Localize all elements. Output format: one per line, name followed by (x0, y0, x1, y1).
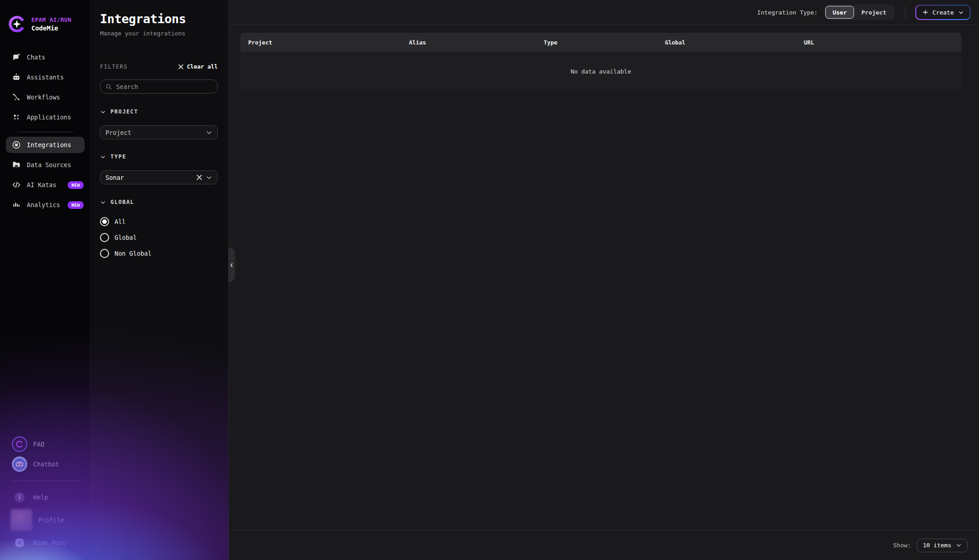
radio-button-selected[interactable] (100, 217, 109, 226)
brand-line2: CodeMie (31, 25, 71, 32)
sidebar-item-analytics[interactable]: Analytics NEW (6, 195, 85, 215)
workflow-path-icon (12, 93, 21, 102)
app-root: EPAM AI/RUN CodeMie Chats (0, 0, 979, 560)
search-input[interactable] (116, 83, 212, 90)
clear-selection-icon[interactable] (196, 174, 202, 180)
toggle-project-button[interactable]: Project (854, 6, 894, 19)
create-button[interactable]: Create (915, 5, 970, 20)
nav-divider (17, 132, 73, 132)
type-section-header[interactable]: TYPE (100, 154, 218, 160)
sidebar-item-data-sources[interactable]: Data Sources (6, 155, 85, 175)
chevron-down-icon (958, 10, 964, 15)
topbar-divider (905, 6, 905, 18)
page-title: Integrations (100, 12, 218, 26)
sidebar-item-integrations[interactable]: Integrations (6, 137, 85, 153)
nav-list: Chats Assistants (0, 45, 90, 215)
radio-button[interactable] (100, 233, 109, 242)
pagination-bar: Show: 10 items (229, 530, 979, 560)
plus-icon (922, 9, 929, 15)
folder-link-icon (12, 160, 21, 169)
table-header-row: Project Alias Type Global URL (240, 33, 961, 52)
sidebar-item-ai-katas[interactable]: AI Katas NEW (6, 175, 85, 195)
sidebar-item-label: Workflows (27, 94, 60, 101)
radio-non-global[interactable]: Non Global (100, 249, 218, 258)
sidebar-item-chats[interactable]: Chats (6, 47, 85, 67)
empty-message: No data available (570, 68, 631, 75)
project-section-header[interactable]: PROJECT (100, 109, 218, 115)
integration-plug-icon (12, 140, 21, 149)
profile-avatar (10, 509, 32, 531)
main-content: Integration Type: User Project Create (229, 0, 979, 560)
sidebar-item-workflows[interactable]: Workflows (6, 87, 85, 107)
faq-logo-icon (12, 436, 27, 452)
sidebar-item-label: Data Sources (27, 161, 71, 168)
filter-panel: Integrations Manage your integrations FI… (90, 0, 229, 560)
sidebar-item-label: Analytics (27, 201, 60, 208)
column-header-global: Global (657, 39, 796, 46)
sidebar-item-label: Chats (27, 54, 45, 61)
codemie-logo-icon (8, 15, 25, 33)
global-section-header[interactable]: GLOBAL (100, 199, 218, 205)
sidebar-item-label: FAQ (33, 441, 44, 448)
info-icon: i (15, 492, 25, 502)
sidebar-item-hide-menu[interactable]: Hide Menu (6, 533, 85, 553)
collapse-sidebar-icon (15, 538, 25, 548)
chevron-down-icon (206, 174, 212, 181)
project-select-value: Project (105, 129, 202, 136)
sidebar-item-label: Help (33, 494, 48, 501)
brand[interactable]: EPAM AI/RUN CodeMie (0, 0, 90, 45)
integration-type-label: Integration Type: (757, 9, 818, 16)
sidebar-item-label: Chatbot (33, 461, 59, 468)
page-size-value: 10 items (923, 542, 951, 549)
project-select[interactable]: Project (100, 125, 218, 139)
chevron-down-icon (100, 109, 106, 115)
sidebar-item-applications[interactable]: Applications (6, 107, 85, 127)
radio-button[interactable] (100, 249, 109, 258)
table-empty-state: No data available (240, 52, 961, 91)
sidebar-item-chatbot[interactable]: Chatbot (6, 454, 85, 474)
page-size-select[interactable]: 10 items (917, 539, 968, 552)
sidebar-item-faq[interactable]: FAQ (6, 434, 85, 454)
new-badge: NEW (68, 201, 84, 209)
chevron-down-icon (206, 129, 212, 136)
column-header-project: Project (240, 39, 401, 46)
sidebar-item-profile[interactable]: Profile (6, 507, 85, 533)
integration-type-toggle: User Project (824, 5, 895, 20)
collapse-filter-panel-handle[interactable]: ❮ (228, 248, 235, 282)
grid-dots-icon (12, 113, 21, 122)
sidebar-item-label: Hide Menu (33, 539, 66, 546)
sidebar-item-label: Integrations (27, 141, 71, 149)
page-subtitle: Manage your integrations (100, 30, 218, 37)
integrations-table: Project Alias Type Global URL No data av… (240, 33, 961, 91)
chevron-down-icon (100, 199, 106, 205)
radio-all[interactable]: All (100, 217, 218, 226)
column-header-url: URL (796, 39, 961, 46)
nav-bottom-divider (11, 481, 79, 481)
type-select-value: Sonar (105, 174, 193, 181)
close-icon (178, 64, 184, 69)
radio-global[interactable]: Global (100, 233, 218, 242)
sidebar-item-label: Applications (27, 114, 71, 121)
bar-chart-icon (12, 200, 21, 209)
chevron-down-icon (100, 154, 106, 160)
chatbot-avatar-icon (12, 456, 27, 472)
toggle-user-button[interactable]: User (825, 6, 854, 19)
sidebar-item-label: AI Katas (27, 181, 56, 188)
code-brackets-icon (12, 180, 21, 189)
left-sidebar: EPAM AI/RUN CodeMie Chats (0, 0, 90, 560)
nav-bottom: FAQ Chatbot i Help (0, 434, 90, 560)
sidebar-item-label: Assistants (27, 74, 64, 81)
sidebar-item-help[interactable]: i Help (6, 487, 85, 507)
sidebar-item-assistants[interactable]: Assistants (6, 67, 85, 87)
robot-icon (12, 73, 21, 82)
column-header-alias: Alias (401, 39, 536, 46)
column-header-type: Type (536, 39, 657, 46)
sidebar-item-label: Profile (38, 516, 64, 524)
search-box (100, 79, 218, 94)
show-label: Show: (893, 542, 911, 549)
brand-line1: EPAM AI/RUN (31, 16, 71, 23)
topbar: Integration Type: User Project Create (229, 0, 979, 25)
filters-label: FILTERS (100, 64, 128, 70)
type-select[interactable]: Sonar (100, 170, 218, 184)
clear-all-button[interactable]: Clear all (178, 63, 218, 70)
